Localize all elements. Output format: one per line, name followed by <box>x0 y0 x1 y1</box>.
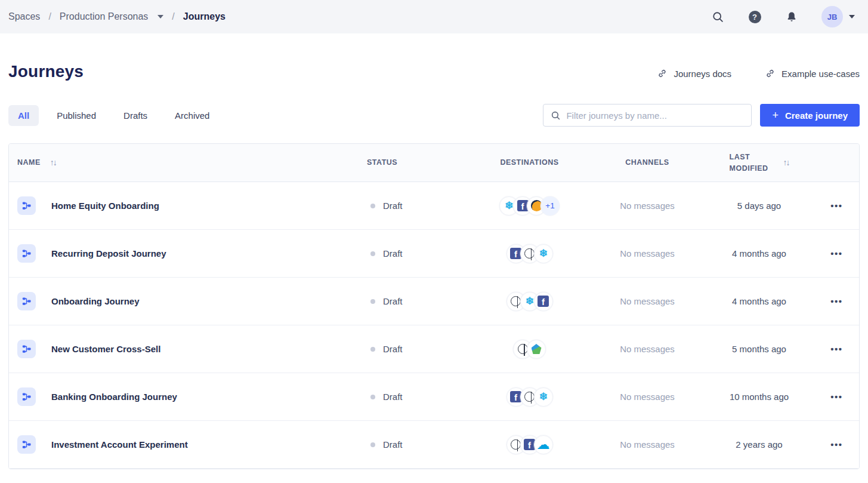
journey-name[interactable]: Investment Account Experiment <box>51 439 188 450</box>
last-modified-value: 5 days ago <box>704 201 814 211</box>
breadcrumb: Spaces / Production Personas / Journeys <box>8 11 226 22</box>
status-badge: Draft <box>383 392 403 402</box>
user-menu[interactable]: JB <box>821 6 855 27</box>
journey-icon <box>17 196 36 215</box>
filter-journeys-box[interactable] <box>543 104 752 127</box>
breadcrumb-spaces[interactable]: Spaces <box>8 11 40 22</box>
journey-name[interactable]: Home Equity Onboarding <box>51 201 159 211</box>
link-icon <box>657 68 668 79</box>
facebook-icon <box>534 292 553 311</box>
example-use-cases-link[interactable]: Example use-cases <box>765 68 860 79</box>
breadcrumb-caret-icon[interactable] <box>157 15 163 19</box>
table-body: Home Equity Onboarding Draft +1 No messa… <box>9 182 859 469</box>
row-actions-menu-icon[interactable]: ••• <box>829 341 844 357</box>
search-icon[interactable] <box>711 10 725 24</box>
topbar: Spaces / Production Personas / Journeys … <box>0 0 868 33</box>
journey-icon <box>17 340 36 358</box>
create-journey-button[interactable]: + Create journey <box>760 104 860 127</box>
status-dot <box>370 251 375 256</box>
sort-last-modified-icon[interactable]: ↑↓ <box>783 156 789 168</box>
last-modified-value: 4 months ago <box>704 248 814 259</box>
row-actions-menu-icon[interactable]: ••• <box>829 293 844 309</box>
status-dot <box>370 347 375 352</box>
filter-journeys-input[interactable] <box>566 110 744 121</box>
status-badge: Draft <box>383 296 403 306</box>
status-badge: Draft <box>383 344 403 354</box>
table-row: Home Equity Onboarding Draft +1 No messa… <box>9 182 859 230</box>
status-dot <box>370 442 375 447</box>
destinations-stack <box>468 435 591 454</box>
journey-name[interactable]: New Customer Cross-Sell <box>51 344 160 354</box>
leaf-icon <box>527 340 546 359</box>
tab-all[interactable]: All <box>8 105 39 126</box>
row-actions-menu-icon[interactable]: ••• <box>829 198 844 214</box>
destinations-stack: +1 <box>468 196 591 216</box>
destinations-stack <box>468 292 591 311</box>
journey-name[interactable]: Onboarding Journey <box>51 296 140 306</box>
sort-name-icon[interactable]: ↑↓ <box>50 156 56 168</box>
row-actions-menu-icon[interactable]: ••• <box>829 389 844 405</box>
create-journey-label: Create journey <box>785 110 848 121</box>
channels-value: No messages <box>591 248 704 259</box>
link-icon <box>765 68 776 79</box>
journey-name[interactable]: Banking Onboarding Journey <box>51 392 177 402</box>
row-actions-menu-icon[interactable]: ••• <box>829 436 844 453</box>
column-name: NAME <box>17 157 41 168</box>
table-row: New Customer Cross-Sell Draft No message… <box>9 325 859 373</box>
plus-icon: + <box>772 110 779 121</box>
breadcrumb-separator: / <box>48 11 51 22</box>
last-modified-value: 5 months ago <box>704 344 814 354</box>
channels-value: No messages <box>591 344 704 354</box>
journeys-docs-link[interactable]: Journeys docs <box>657 68 731 79</box>
column-status: STATUS <box>367 157 468 168</box>
status-badge: Draft <box>383 439 403 450</box>
search-icon <box>551 110 561 121</box>
channels-value: No messages <box>591 201 704 211</box>
channels-value: No messages <box>591 296 704 306</box>
journey-icon <box>17 244 36 263</box>
channels-value: No messages <box>591 392 704 402</box>
journey-name[interactable]: Recurring Deposit Journey <box>51 248 166 259</box>
journey-icon <box>17 387 36 406</box>
notifications-bell-icon[interactable] <box>784 10 799 24</box>
plus-badge-icon[interactable]: +1 <box>540 196 560 216</box>
channels-value: No messages <box>591 439 704 450</box>
row-actions-menu-icon[interactable]: ••• <box>829 245 844 262</box>
tab-archived[interactable]: Archived <box>165 105 219 126</box>
breadcrumb-current: Journeys <box>183 11 226 22</box>
last-modified-value: 4 months ago <box>704 296 814 306</box>
table-header: NAME ↑↓ STATUS DESTINATIONS CHANNELS LAS… <box>9 144 859 182</box>
status-dot <box>370 299 375 304</box>
table-row: Banking Onboarding Journey Draft No mess… <box>9 373 859 421</box>
column-last-modified: LAST MODIFIED <box>730 152 775 173</box>
avatar[interactable]: JB <box>821 6 843 27</box>
destinations-stack <box>468 387 591 407</box>
status-badge: Draft <box>383 201 403 211</box>
snowflake-icon <box>534 387 553 407</box>
table-row: Onboarding Journey Draft No messages 4 m… <box>9 278 859 325</box>
destinations-stack <box>468 244 591 263</box>
journeys-docs-label: Journeys docs <box>674 69 731 79</box>
help-icon[interactable] <box>747 10 762 24</box>
breadcrumb-space-name[interactable]: Production Personas <box>60 11 149 22</box>
last-modified-value: 2 years ago <box>704 439 814 450</box>
salesforce-cloud-icon <box>534 435 553 454</box>
journeys-table: NAME ↑↓ STATUS DESTINATIONS CHANNELS LAS… <box>8 143 860 469</box>
example-use-cases-label: Example use-cases <box>781 69 860 79</box>
status-badge: Draft <box>383 248 403 259</box>
page-title: Journeys <box>8 62 84 81</box>
status-dot <box>370 395 375 399</box>
table-row: Recurring Deposit Journey Draft No messa… <box>9 230 859 278</box>
column-destinations: DESTINATIONS <box>468 157 591 168</box>
snowflake-icon <box>534 244 553 263</box>
journey-icon <box>17 435 36 454</box>
journey-tabs: All Published Drafts Archived <box>8 105 219 126</box>
tab-published[interactable]: Published <box>47 105 106 126</box>
table-row: Investment Account Experiment Draft No m… <box>9 421 859 469</box>
status-dot <box>370 204 375 208</box>
breadcrumb-separator: / <box>172 11 174 22</box>
journey-icon <box>17 292 36 310</box>
destinations-stack <box>468 340 591 359</box>
column-channels: CHANNELS <box>591 157 704 168</box>
tab-drafts[interactable]: Drafts <box>114 105 157 126</box>
